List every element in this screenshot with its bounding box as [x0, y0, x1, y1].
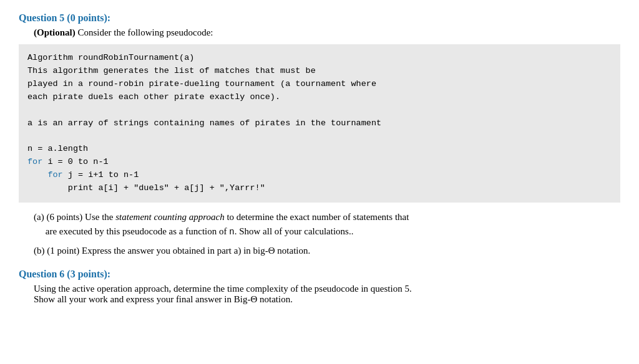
q6-header: Question 6 (3 points): [19, 269, 620, 280]
q5-intro: (Optional) Consider the following pseudo… [34, 27, 620, 38]
sub-a-label: (a) (6 points) Use the statement countin… [34, 212, 409, 236]
for-keyword-1: for [27, 157, 42, 166]
question-6-section: Question 6 (3 points): Using the active … [19, 269, 620, 305]
italic-approach: statement counting approach [115, 212, 224, 222]
for-keyword-2: for [47, 170, 62, 180]
q6-line1: Using the active operation approach, det… [34, 284, 412, 294]
sub-question-a: (a) (6 points) Use the statement countin… [34, 210, 620, 239]
code-for-2: j = i+1 to n-1 print a[i] + "duels" + a[… [27, 170, 265, 193]
sub-question-b: (b) (1 point) Express the answer you obt… [34, 244, 620, 258]
n-variable: n [229, 227, 234, 237]
q5-intro-text: Consider the following pseudocode: [76, 27, 213, 37]
optional-label: (Optional) [34, 27, 76, 37]
q5-header: Question 5 (0 points): [19, 12, 620, 24]
q6-line2: Show all your work and express your fina… [34, 294, 293, 304]
question-5-section: Question 5 (0 points): (Optional) Consid… [19, 12, 620, 257]
code-line-1: Algorithm roundRobinTournament(a) This a… [27, 53, 381, 153]
sub-b-label: (b) (1 point) Express the answer you obt… [34, 246, 310, 256]
q6-body: Using the active operation approach, det… [34, 284, 620, 305]
pseudocode-block: Algorithm roundRobinTournament(a) This a… [19, 44, 620, 203]
